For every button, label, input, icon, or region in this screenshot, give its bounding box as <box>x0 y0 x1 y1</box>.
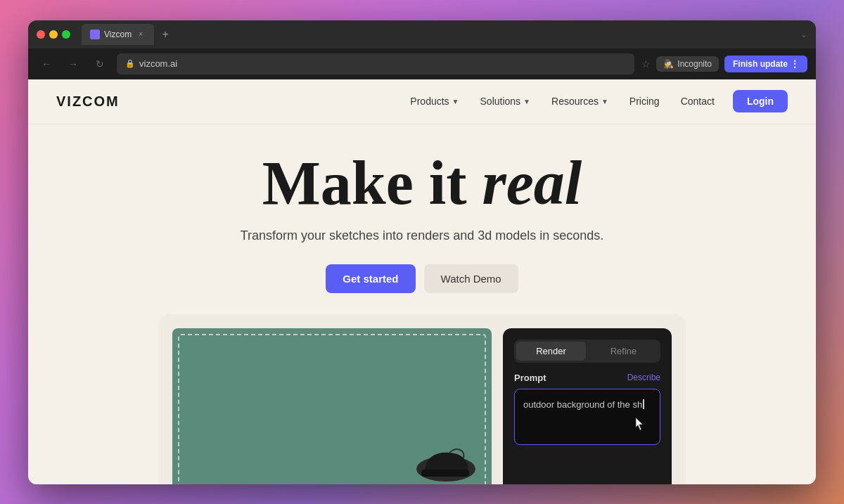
nav-contact-label: Contact <box>681 96 715 107</box>
sketch-panel <box>172 328 492 484</box>
nav-solutions[interactable]: Solutions ▼ <box>472 90 539 112</box>
solutions-chevron-icon: ▼ <box>523 98 530 105</box>
shoe-illustration <box>414 444 478 484</box>
minimize-button[interactable] <box>49 30 58 39</box>
render-tab[interactable]: Render <box>516 342 586 361</box>
address-bar: ← → ↻ 🔒 vizcom.ai ☆ 🕵 Incognito Finish u… <box>28 49 816 79</box>
mouse-cursor-icon <box>634 416 646 432</box>
nav-solutions-label: Solutions <box>480 96 521 107</box>
nav-links: Products ▼ Solutions ▼ Resources ▼ Prici… <box>402 90 788 112</box>
login-button[interactable]: Login <box>733 90 788 112</box>
products-chevron-icon: ▼ <box>452 98 459 105</box>
nav-products-label: Products <box>410 96 449 107</box>
tab-close-button[interactable]: × <box>136 30 146 39</box>
bookmark-icon[interactable]: ☆ <box>641 58 651 70</box>
new-tab-button[interactable]: + <box>157 26 174 43</box>
addressbar-actions: ☆ 🕵 Incognito Finish update ⋮ <box>641 56 807 72</box>
nav-pricing[interactable]: Pricing <box>621 90 668 112</box>
login-label: Login <box>747 96 774 107</box>
nav-resources[interactable]: Resources ▼ <box>543 90 617 112</box>
security-icon: 🔒 <box>125 59 135 68</box>
finish-update-chevron: ⋮ <box>791 59 799 69</box>
titlebar: Vizcom × + ⌄ <box>28 20 816 49</box>
prompt-section: Prompt Describe outdoor background of th… <box>514 373 660 445</box>
hero-title-italic: real <box>482 149 582 217</box>
watch-demo-button[interactable]: Watch Demo <box>424 264 518 293</box>
finish-update-button[interactable]: Finish update ⋮ <box>724 56 807 72</box>
hero-cta-buttons: Get started Watch Demo <box>326 264 518 293</box>
finish-update-label: Finish update <box>733 59 788 69</box>
tab-favicon <box>90 30 100 39</box>
maximize-button[interactable] <box>62 30 70 39</box>
forward-button[interactable]: → <box>63 54 83 74</box>
get-started-button[interactable]: Get started <box>326 264 415 293</box>
incognito-indicator: 🕵 Incognito <box>656 56 719 72</box>
traffic-lights <box>37 30 70 39</box>
incognito-label: Incognito <box>677 59 712 69</box>
svg-rect-1 <box>421 470 469 477</box>
prompt-header: Prompt Describe <box>514 373 660 383</box>
browser-window: Vizcom × + ⌄ ← → ↻ 🔒 vizcom.ai ☆ 🕵 Incog… <box>28 20 816 484</box>
close-button[interactable] <box>37 30 45 39</box>
tab-title: Vizcom <box>104 30 132 39</box>
render-panel: Render Refine Prompt Describe outdoor ba… <box>503 328 672 484</box>
incognito-icon: 🕵 <box>663 59 674 69</box>
url-display: vizcom.ai <box>139 58 177 69</box>
describe-link[interactable]: Describe <box>627 373 660 382</box>
nav-contact[interactable]: Contact <box>672 90 723 112</box>
reload-button[interactable]: ↻ <box>90 54 110 74</box>
nav-pricing-label: Pricing <box>629 96 660 107</box>
nav-resources-label: Resources <box>551 96 599 107</box>
hero-title-normal: Make it <box>262 149 482 217</box>
hero-subtitle: Transform your sketches into renders and… <box>241 228 604 243</box>
get-started-label: Get started <box>343 273 398 285</box>
refine-tab[interactable]: Refine <box>589 342 658 361</box>
site-nav: VIZCOM Products ▼ Solutions ▼ Resources … <box>28 79 816 124</box>
tab-bar: Vizcom × + <box>82 24 661 45</box>
render-tabs: Render Refine <box>514 340 660 363</box>
prompt-label: Prompt <box>514 373 546 383</box>
text-cursor <box>643 399 644 409</box>
hero-section: Make it real Transform your sketches int… <box>28 124 816 484</box>
back-button[interactable]: ← <box>37 54 56 74</box>
resources-chevron-icon: ▼ <box>601 98 608 105</box>
site-logo[interactable]: VIZCOM <box>56 93 120 110</box>
render-tab-label: Render <box>536 346 566 356</box>
demo-container: Render Refine Prompt Describe outdoor ba… <box>158 314 686 484</box>
watch-demo-label: Watch Demo <box>441 273 501 285</box>
active-tab[interactable]: Vizcom × <box>82 24 154 45</box>
address-bar-input[interactable]: 🔒 vizcom.ai <box>117 53 634 75</box>
prompt-text: outdoor background of the sh <box>523 399 642 410</box>
site-content: VIZCOM Products ▼ Solutions ▼ Resources … <box>28 79 816 484</box>
prompt-input-field[interactable]: outdoor background of the sh <box>514 389 660 445</box>
refine-tab-label: Refine <box>610 346 637 356</box>
hero-title: Make it real <box>262 153 582 214</box>
nav-products[interactable]: Products ▼ <box>402 90 467 112</box>
